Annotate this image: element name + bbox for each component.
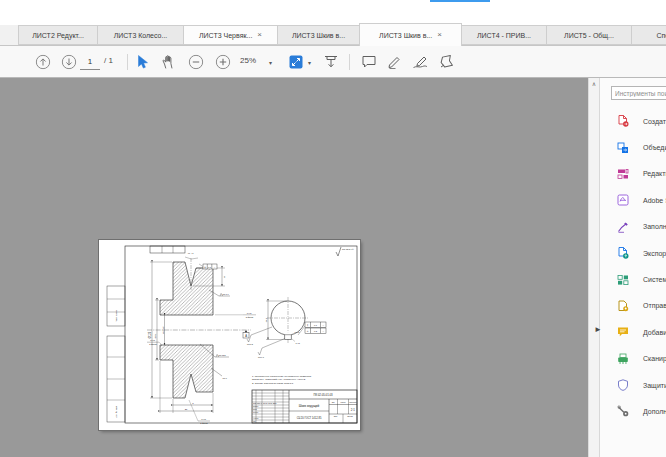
toolbar-separator bbox=[127, 54, 128, 70]
svg-text:2. Общие допуски по ГОСТ 30893: 2. Общие допуски по ГОСТ 30893.1. bbox=[252, 382, 294, 385]
tool-item-export-pdf[interactable]: Экспорт PDF bbox=[600, 240, 666, 266]
selection-tool-button[interactable] bbox=[137, 54, 150, 69]
svg-text:Масштаб: Масштаб bbox=[349, 401, 356, 403]
document-canvas[interactable]: Подп. и дата Инв. № подл. Ra 12,5 (√) Ø1… bbox=[0, 78, 588, 457]
zoom-dropdown-caret[interactable]: ▾ bbox=[269, 59, 272, 66]
tool-item-protect[interactable]: Защитить bbox=[600, 372, 666, 398]
pencil-tool-button[interactable] bbox=[387, 54, 402, 69]
svg-text:ПК 02.05.01.03: ПК 02.05.01.03 bbox=[313, 393, 333, 397]
previous-page-button[interactable] bbox=[36, 54, 51, 69]
margin-label: Подп. и дата bbox=[115, 309, 117, 322]
document-tab[interactable]: ЛИСТ3 Шкив в...× bbox=[359, 23, 462, 46]
svg-text:2 фаски: 2 фаски bbox=[246, 316, 253, 318]
tool-item-edit-pdf[interactable]: Редактировать PDF bbox=[600, 161, 666, 187]
tool-item-fill-sign[interactable]: Заполнить и подписать bbox=[600, 214, 666, 240]
document-tab-bar: ЛИСТ2 Редукт...ЛИСТ3 Колесо...ЛИСТ3 Черв… bbox=[0, 13, 666, 46]
tab-label: Специфик... bbox=[656, 32, 666, 39]
document-tab[interactable]: ЛИСТ4 - ПРИВ... bbox=[461, 25, 547, 45]
svg-text:Масса: Масса bbox=[341, 401, 346, 403]
svg-text:Н.контр.: Н.контр. bbox=[253, 418, 260, 419]
tool-item-organize[interactable]: Систематизировать страницы bbox=[600, 266, 666, 292]
stamp-tool-button[interactable] bbox=[438, 54, 454, 69]
edit-pdf-icon bbox=[617, 168, 636, 180]
export-pdf-icon bbox=[617, 247, 636, 259]
scan-icon bbox=[617, 353, 636, 365]
comment-tool-button[interactable] bbox=[362, 55, 377, 69]
svg-text:Ra 1,6: Ra 1,6 bbox=[223, 293, 230, 296]
hand-tool-button[interactable] bbox=[162, 54, 177, 69]
svg-text:34,8: 34,8 bbox=[265, 317, 268, 322]
vertical-scrollbar[interactable] bbox=[588, 78, 599, 457]
engineering-drawing: Подп. и дата Инв. № подл. Ra 12,5 (√) Ø1… bbox=[99, 240, 360, 430]
svg-text:Лист: Лист bbox=[334, 415, 338, 417]
pdf-page[interactable]: Подп. и дата Инв. № подл. Ra 12,5 (√) Ø1… bbox=[99, 240, 360, 430]
margin-label: Инв. № подл. bbox=[115, 405, 117, 418]
svg-text:⊥: ⊥ bbox=[307, 330, 309, 332]
tools-search-input[interactable] bbox=[611, 86, 666, 100]
document-tab[interactable]: Специфик... bbox=[631, 25, 666, 45]
svg-text:2 фаски: 2 фаски bbox=[200, 422, 207, 424]
tool-item-scan[interactable]: Сканирование и распознавание bbox=[600, 346, 666, 372]
svg-text:Изм. Лист № докум. Подп. Дат: Изм. Лист № докум. Подп. Дата bbox=[253, 402, 277, 404]
svg-text:Разраб.: Разраб. bbox=[253, 406, 259, 407]
tool-item-label: Сканирование и распознавание bbox=[643, 355, 666, 362]
tab-close-icon[interactable]: × bbox=[257, 31, 262, 39]
fit-page-caret[interactable]: ▾ bbox=[308, 59, 311, 66]
tool-item-label: Adobe Sign bbox=[643, 197, 666, 204]
tab-label: ЛИСТ5 - Общ... bbox=[564, 32, 614, 39]
fit-page-button[interactable] bbox=[289, 54, 304, 69]
tool-item-label: Редактировать PDF bbox=[643, 170, 666, 177]
combine-icon bbox=[617, 142, 636, 154]
document-tab[interactable]: ЛИСТ3 Колесо... bbox=[97, 25, 184, 45]
document-tab[interactable]: ЛИСТ3 Шкив в... bbox=[277, 25, 360, 45]
svg-text:Шкив ведущий: Шкив ведущий bbox=[299, 404, 320, 408]
tool-item-label: Экспорт PDF bbox=[643, 250, 666, 257]
pulley-section-view: Ø125 Ø71 Ø32H7 8 21 40°±1° bbox=[147, 252, 256, 424]
page-total-label: / 1 bbox=[104, 56, 113, 65]
tab-label: ЛИСТ2 Редукт... bbox=[32, 32, 84, 39]
svg-text:1×45°: 1×45° bbox=[150, 339, 156, 341]
scroll-up-arrow[interactable]: ∧ bbox=[589, 80, 599, 87]
tool-item-combine[interactable]: Объединить файлы bbox=[600, 134, 666, 160]
svg-text:R1,6: R1,6 bbox=[223, 377, 228, 380]
document-tab[interactable]: ЛИСТ5 - Общ... bbox=[546, 25, 632, 45]
tool-item-create-pdf[interactable]: Создать PDF bbox=[600, 108, 666, 134]
svg-text:Ø32H7: Ø32H7 bbox=[162, 326, 164, 334]
zoom-in-button[interactable] bbox=[216, 54, 231, 69]
tool-item-label: Создать PDF bbox=[643, 118, 666, 125]
main-toolbar: / 1 25% ▾ ▾ bbox=[0, 46, 666, 78]
document-tab[interactable]: ЛИСТ3 Червяк...× bbox=[183, 25, 278, 45]
svg-text:8: 8 bbox=[192, 402, 194, 405]
svg-text:Ø125: Ø125 bbox=[148, 331, 152, 338]
svg-text:Ra 3,2: Ra 3,2 bbox=[247, 343, 254, 346]
zoom-out-button[interactable] bbox=[189, 54, 204, 69]
svg-text:(√): (√) bbox=[351, 248, 354, 251]
svg-text:40°±1°: 40°±1° bbox=[188, 252, 195, 254]
svg-text:Ra 6,3: Ra 6,3 bbox=[258, 356, 265, 359]
tab-close-icon[interactable]: × bbox=[437, 31, 442, 39]
next-page-button[interactable] bbox=[62, 54, 77, 69]
page-scrolling-button[interactable] bbox=[323, 54, 339, 69]
tab-label: ЛИСТ3 Шкив в... bbox=[379, 32, 432, 39]
window-top-strip bbox=[0, 0, 666, 13]
document-tab[interactable]: ЛИСТ2 Редукт... bbox=[18, 25, 98, 45]
comment-icon bbox=[617, 326, 636, 338]
tool-item-adobe-sign[interactable]: Adobe Sign bbox=[600, 187, 666, 213]
zoom-level-value[interactable]: 25% bbox=[240, 56, 256, 65]
svg-text:А: А bbox=[245, 334, 247, 338]
page-number-input[interactable] bbox=[80, 54, 100, 70]
tool-item-label: Объединить файлы bbox=[643, 144, 666, 151]
svg-text:2 фаски: 2 фаски bbox=[149, 343, 156, 345]
tool-item-label: Дополнительные инструменты bbox=[643, 408, 666, 415]
svg-text:21: 21 bbox=[185, 408, 188, 411]
tab-label: ЛИСТ3 Шкив в... bbox=[292, 32, 345, 39]
protect-icon bbox=[617, 379, 636, 391]
tool-item-more-tools[interactable]: Дополнительные инструменты bbox=[600, 398, 666, 424]
svg-text:Лит.: Лит. bbox=[332, 401, 336, 403]
fill-sign-tool-button[interactable] bbox=[412, 54, 429, 69]
tool-item-comment[interactable]: Добавить комментарий bbox=[600, 319, 666, 345]
adobe-sign-icon bbox=[617, 194, 636, 206]
tool-item-send[interactable]: Отправить на рецензирование bbox=[600, 293, 666, 319]
panel-collapse-arrow[interactable]: ► bbox=[594, 325, 602, 335]
tools-list: Создать PDFОбъединить файлыРедактировать… bbox=[600, 108, 666, 425]
